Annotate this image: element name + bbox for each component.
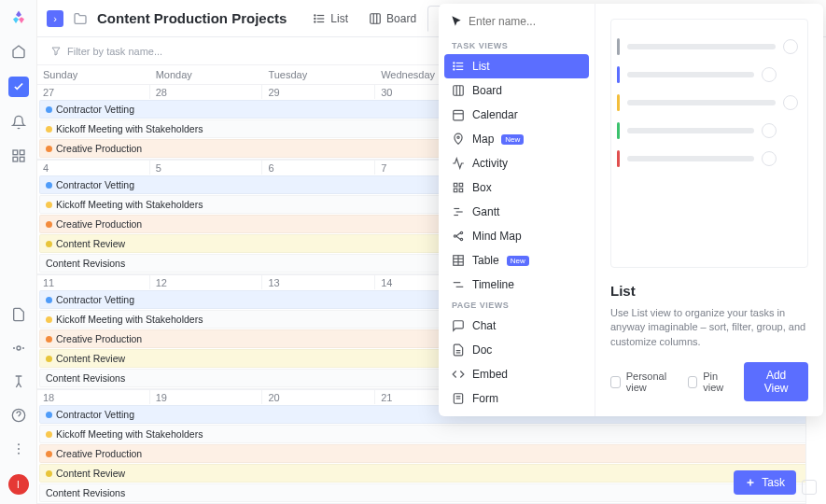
svg-point-14 xyxy=(315,21,315,21)
svg-point-6 xyxy=(18,443,20,445)
view-preview xyxy=(610,19,808,268)
view-detail-desc: Use List view to organize your tasks in … xyxy=(610,306,808,349)
date-cell[interactable]: 20 xyxy=(262,389,375,404)
date-cell[interactable]: 18 xyxy=(37,389,150,404)
tab-list[interactable]: List xyxy=(303,6,357,31)
view-option-embed[interactable]: Embed xyxy=(444,362,589,386)
svg-point-28 xyxy=(454,65,455,66)
view-option-board[interactable]: Board xyxy=(444,78,589,103)
calendar-task-bar[interactable]: Content Revisions xyxy=(39,483,824,502)
svg-line-46 xyxy=(456,233,461,237)
svg-rect-1 xyxy=(20,150,24,155)
svg-rect-36 xyxy=(454,183,457,187)
view-option-map[interactable]: MapNew xyxy=(444,127,589,151)
svg-point-35 xyxy=(457,136,459,138)
svg-point-45 xyxy=(460,238,462,240)
view-option-mindmap[interactable]: Mind Map xyxy=(444,224,589,248)
view-option-activity[interactable]: Activity xyxy=(444,151,589,175)
page-title: Content Production Projects xyxy=(97,10,287,26)
home-icon[interactable] xyxy=(10,43,27,60)
goals-icon[interactable] xyxy=(10,373,27,390)
left-sidebar: I xyxy=(0,0,37,504)
svg-point-7 xyxy=(18,448,20,450)
svg-rect-39 xyxy=(459,189,463,192)
apps-icon[interactable] xyxy=(10,147,27,164)
docs-icon[interactable] xyxy=(10,306,27,323)
view-option-form[interactable]: Form xyxy=(444,386,589,411)
tasks-icon[interactable] xyxy=(8,77,29,97)
tab-board[interactable]: Board xyxy=(359,6,426,31)
page-views-heading: PAGE VIEWS xyxy=(444,297,589,314)
svg-rect-38 xyxy=(454,189,457,192)
date-cell[interactable]: 12 xyxy=(150,274,263,289)
svg-rect-3 xyxy=(20,157,24,161)
svg-rect-33 xyxy=(454,110,464,119)
notifications-icon[interactable] xyxy=(10,114,27,131)
svg-rect-2 xyxy=(13,157,18,161)
svg-point-8 xyxy=(18,453,20,455)
personal-view-checkbox[interactable]: Personal view xyxy=(610,371,677,393)
view-option-chat[interactable]: Chat xyxy=(444,314,589,338)
date-cell[interactable]: 28 xyxy=(150,84,263,99)
svg-rect-37 xyxy=(459,183,463,187)
task-tray-icon[interactable] xyxy=(802,480,817,495)
date-cell[interactable]: 13 xyxy=(262,274,375,289)
calendar-task-bar[interactable]: Content Review xyxy=(39,464,824,483)
view-option-timeline[interactable]: Timeline xyxy=(444,273,589,297)
svg-point-44 xyxy=(460,231,462,233)
svg-rect-15 xyxy=(371,13,381,23)
cursor-icon xyxy=(450,15,463,28)
pulse-icon[interactable] xyxy=(10,340,27,357)
view-option-box[interactable]: Box xyxy=(444,175,589,200)
more-icon[interactable] xyxy=(10,441,27,457)
svg-rect-30 xyxy=(454,86,464,96)
date-cell[interactable]: 29 xyxy=(262,84,375,99)
svg-point-43 xyxy=(454,235,455,237)
view-option-doc[interactable]: Doc xyxy=(444,338,589,362)
date-cell[interactable]: 5 xyxy=(150,160,263,175)
view-detail-title: List xyxy=(610,283,808,299)
app-logo-icon[interactable] xyxy=(10,9,27,26)
view-option-table[interactable]: TableNew xyxy=(444,248,589,273)
svg-point-4 xyxy=(17,346,21,350)
day-header: Tuesday xyxy=(262,65,375,84)
day-header: Sunday xyxy=(37,65,150,84)
day-header: Monday xyxy=(150,65,263,84)
svg-rect-0 xyxy=(13,150,18,155)
date-cell[interactable]: 6 xyxy=(262,160,375,175)
date-cell[interactable]: 11 xyxy=(37,274,150,289)
date-cell[interactable]: 19 xyxy=(150,389,263,404)
new-task-button[interactable]: Task xyxy=(734,470,796,495)
filter-input[interactable]: Filter by task name... xyxy=(67,46,162,57)
view-name-input[interactable] xyxy=(469,15,583,28)
svg-point-12 xyxy=(315,14,315,15)
view-option-calendar[interactable]: Calendar xyxy=(444,103,589,127)
svg-point-29 xyxy=(454,69,455,70)
pin-view-checkbox[interactable]: Pin view xyxy=(688,371,733,393)
help-icon[interactable] xyxy=(10,407,27,424)
svg-point-13 xyxy=(315,18,315,19)
svg-line-47 xyxy=(456,236,461,240)
filter-icon[interactable] xyxy=(50,46,62,57)
add-view-button[interactable]: Add View xyxy=(744,362,808,401)
expand-sidebar-icon[interactable]: › xyxy=(47,10,63,27)
view-option-list[interactable]: List xyxy=(444,54,589,78)
calendar-task-bar[interactable]: Creative Production xyxy=(39,444,824,463)
svg-point-27 xyxy=(454,63,455,63)
date-cell[interactable]: 4 xyxy=(37,160,150,175)
calendar-task-bar[interactable]: Kickoff Meeting with Stakeholders xyxy=(39,425,824,443)
folder-icon xyxy=(73,11,88,26)
view-option-gantt[interactable]: Gantt xyxy=(444,200,589,224)
user-avatar[interactable]: I xyxy=(8,474,29,495)
task-views-heading: TASK VIEWS xyxy=(444,37,589,54)
add-view-popover: TASK VIEWS ListBoardCalendarMapNewActivi… xyxy=(439,4,823,416)
date-cell[interactable]: 27 xyxy=(37,84,150,99)
